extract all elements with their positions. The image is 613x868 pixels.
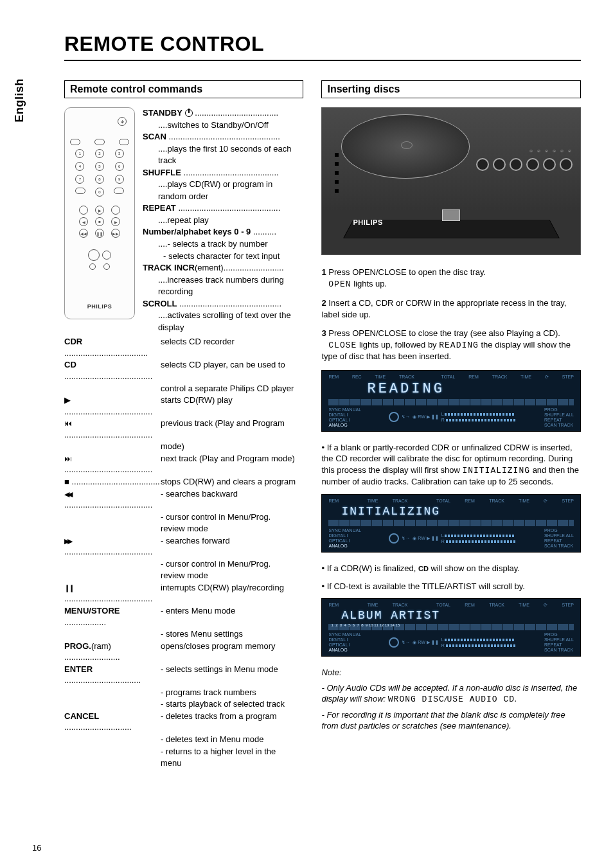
- step-3: 3 Press OPEN/CLOSE to close the tray (se…: [321, 328, 581, 362]
- lower-command-list: CDR ....................................…: [64, 336, 303, 768]
- cmd-desc: - starts playback of selected track: [161, 698, 303, 710]
- remote-nav-cd: [111, 206, 120, 215]
- cmd-shuffle-dots: ........................................…: [184, 168, 279, 177]
- cmd-desc: - stores Menu settings: [161, 628, 303, 640]
- cmd-scan-desc: ....plays the first 10 seconds of each: [143, 143, 291, 155]
- cmd-desc: review mode: [161, 523, 303, 535]
- title-rule: [64, 60, 581, 61]
- cmd-lead: [64, 687, 161, 698]
- display-initializing-text: INITIALIZING: [341, 505, 574, 518]
- cmd-lead: [64, 757, 161, 769]
- step-3-lcd2: READING: [439, 341, 479, 350]
- cmd-lead: ENTER .................................: [64, 664, 161, 686]
- cmd-row: control a separate Philips CD player: [64, 383, 303, 394]
- cmd-numkeys-dots: ..........: [253, 227, 276, 236]
- step-3-lcd1: CLOSE: [328, 341, 357, 350]
- cmd-scroll-desc2: display: [143, 322, 291, 333]
- remote-nav-next: ▶: [111, 217, 120, 226]
- disc-icon: [341, 114, 470, 179]
- remote-nav-cdr: [79, 206, 88, 215]
- cmd-repeat-dots: ........................................…: [178, 203, 280, 213]
- remote-num-9: 9: [115, 175, 124, 184]
- cmd-lead: PROG.(ram) ........................: [64, 641, 161, 663]
- remote-num-4: 4: [75, 162, 84, 171]
- cmd-lead: CDR ....................................: [64, 336, 161, 359]
- cmd-scan-dots: ........................................…: [168, 132, 280, 141]
- cmd-scan-label: SCAN: [143, 132, 166, 141]
- column-left: Remote control commands ⏻ 1 2 3 4 5: [64, 80, 303, 770]
- cmd-lead: [64, 570, 161, 581]
- cmd-row: ......................................st…: [64, 476, 303, 488]
- cmd-standby-label: STANDBY: [143, 108, 182, 118]
- remote-num-5: 5: [95, 162, 104, 171]
- cmd-desc: - selects settings in Menu mode: [161, 664, 303, 686]
- note-1: - Only Audio CDs will be accepted. If a …: [321, 682, 581, 705]
- cmd-desc: selects CD player, can be used to: [161, 359, 303, 382]
- cmd-desc: - programs track numbers: [161, 687, 303, 698]
- cmd-lead: ......................................: [64, 453, 161, 475]
- remote-num-7: 7: [75, 175, 84, 184]
- remote-btn-scroll: [114, 188, 124, 194]
- cmd-lead: [64, 383, 161, 394]
- cmd-shuffle-label: SHUFFLE: [143, 168, 181, 177]
- cmd-desc: control a separate Philips CD player: [161, 383, 303, 394]
- right-subheader: Inserting discs: [321, 80, 581, 98]
- display-panel-reading: REMRECTIMETRACKTOTALREMTRACKTIME⟳STEP RE…: [321, 370, 581, 432]
- remote-prog: [102, 251, 111, 260]
- remote-btn-shuffle: [94, 139, 105, 145]
- cmd-row: - stores Menu settings: [64, 628, 303, 640]
- remote-nav-ff: ▶▶: [111, 229, 120, 238]
- prev-icon: [64, 418, 72, 429]
- cmd-shuffle-desc: ....plays CD(RW) or program in: [143, 179, 291, 190]
- cmd-standby-desc: ....switches to Standby/On/Off: [143, 120, 291, 131]
- remote-cancel: [103, 263, 110, 270]
- cmd-numkeys-desc: ....- selects a track by number: [143, 238, 291, 250]
- cmd-repeat-desc: ....repeat play: [143, 215, 291, 226]
- cmd-row: menu: [64, 757, 303, 769]
- display-trackbar: [328, 399, 574, 405]
- cmd-lead: MENU/STORE ..................: [64, 605, 161, 628]
- cmd-row: PROG.(ram) ........................opens…: [64, 641, 303, 663]
- remote-num-8: 8: [95, 175, 104, 184]
- remote-num-1: 1: [75, 149, 84, 158]
- step-1: 1 Press OPEN/CLOSE to open the disc tray…: [321, 267, 581, 290]
- cmd-row: CDR ....................................…: [64, 336, 303, 359]
- cmd-lead: [64, 734, 161, 745]
- power-icon: [185, 109, 193, 117]
- display-trackbar-2: [328, 520, 574, 526]
- step-1-lcd: OPEN: [328, 279, 351, 289]
- cmd-lead: CD .....................................…: [64, 359, 161, 382]
- cmd-desc: menu: [161, 757, 303, 769]
- note-title: Note:: [321, 667, 581, 678]
- cmd-lead: [64, 511, 161, 523]
- cmd-row: ......................................- …: [64, 535, 303, 558]
- display-artist-text: ALBUM ARTIST: [341, 609, 574, 622]
- upper-command-list: STANDBY ................................…: [143, 107, 291, 333]
- cmd-row: CANCEL .............................- de…: [64, 711, 303, 733]
- remote-nav-play: ▶: [95, 206, 104, 215]
- cmd-lead: ......................................: [64, 394, 161, 417]
- cmd-lead: ......................................: [64, 582, 161, 605]
- cmd-desc: mode): [161, 441, 303, 452]
- remote-nav-prev: ◀: [79, 217, 88, 226]
- cmd-numkeys-label: Number/alphabet keys 0 - 9: [143, 227, 251, 236]
- page-title: REMOTE CONTROL: [64, 32, 581, 56]
- cmd-scroll-desc: ....activates scrolling of text over the: [143, 310, 291, 321]
- remote-illustration: ⏻ 1 2 3 4 5 6 7 8: [64, 107, 135, 319]
- left-subheader: Remote control commands: [64, 80, 303, 98]
- cmd-row: MENU/STORE ..................- enters Me…: [64, 605, 303, 628]
- jog-icon: [389, 412, 399, 422]
- remote-nav-stop: ■: [95, 217, 104, 226]
- cmd-desc: - deletes tracks from a program: [161, 711, 303, 733]
- column-right: Inserting discs ⦿⦿⦿⦿⦿⦿ PHILIPS 1 Press O…: [321, 80, 581, 770]
- remote-btn-scan: [70, 139, 80, 145]
- cmd-desc: review mode: [161, 570, 303, 581]
- bullet-initializing: • If a blank or partly-recorded CDR or u…: [321, 442, 581, 488]
- cmd-row: ......................................- …: [64, 488, 303, 511]
- cmd-row: - returns to a higher level in the: [64, 746, 303, 757]
- cmd-scan-desc2: track: [143, 155, 291, 166]
- play-icon: [64, 394, 71, 406]
- ff-icon: [64, 535, 71, 547]
- cmd-desc: previous track (Play and Program: [161, 418, 303, 440]
- display-reading-text: READING: [367, 381, 574, 397]
